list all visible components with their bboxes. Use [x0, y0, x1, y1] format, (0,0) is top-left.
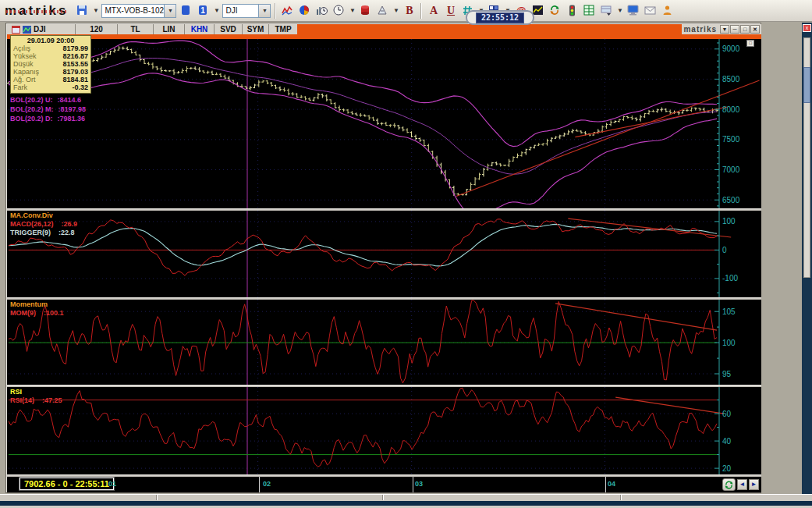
underline-icon[interactable]: U [443, 3, 458, 18]
info-value: -0.32 [72, 83, 88, 91]
number-one-icon[interactable]: 1 [196, 3, 211, 18]
tab-symbol[interactable]: DJI [7, 24, 76, 34]
statusbar-divider [620, 495, 622, 500]
refresh-chart-button[interactable] [722, 478, 736, 491]
info-label: Fark [13, 83, 27, 91]
clock-caret[interactable]: ▼ [349, 7, 356, 14]
monitor-icon[interactable] [626, 3, 640, 18]
database-icon[interactable] [358, 3, 373, 18]
tab-sym-label: SYM [247, 25, 264, 34]
traffic-light-icon[interactable] [565, 3, 580, 18]
workspace-combo[interactable]: MTX-VOB-B-102 ▼ [101, 4, 176, 18]
symbol-combo-value: DJI [225, 6, 237, 15]
info-label: Düşük [13, 60, 34, 68]
momentum-chart-svg[interactable]: 10510095 [7, 300, 761, 385]
table-dropdown-caret[interactable]: ▼ [616, 7, 623, 14]
momentum-panel[interactable]: 10510095 Momentum MOM(9):100.1 [7, 300, 761, 385]
last-price-box: 7902.66 - 0 - 22:55:11 [20, 478, 114, 490]
chart-nav-controls: ◄ ► [722, 478, 759, 491]
maximize-button[interactable]: □ [740, 25, 750, 34]
info-value: 8179.03 [62, 68, 88, 76]
background-close-icon[interactable]: x [803, 24, 811, 32]
svg-text:8000: 8000 [722, 105, 740, 114]
pie-chart-icon[interactable] [297, 3, 312, 18]
number-one-caret[interactable]: ▼ [213, 7, 220, 14]
macd-labels: MA.Conv.Div MACD(26,12):26.9 TRIGGER(9):… [10, 211, 77, 237]
compass-caret[interactable]: ▼ [392, 7, 399, 14]
rsi-line-label: RSI(14) [10, 396, 34, 404]
bol-lower-value: :7981.36 [58, 115, 86, 123]
tab-svd[interactable]: SVD [215, 24, 243, 34]
window-icon [12, 26, 20, 34]
person-icon[interactable] [660, 3, 675, 18]
price-chart-svg[interactable]: 900085008000750070006500 [7, 39, 761, 208]
x-label-02: 02 [263, 480, 271, 488]
chart-icon [23, 26, 31, 34]
svg-text:0: 0 [722, 246, 727, 254]
tab-lin-label: LIN [162, 25, 175, 34]
tab-svd-label: SVD [220, 25, 236, 34]
table-dropdown-icon[interactable] [599, 3, 614, 18]
ohlc-info-box: 29.01.09 20:00 Açılış8179.99 Yüksek8216.… [10, 35, 91, 94]
tab-tmp[interactable]: TMP [269, 24, 297, 34]
header-app-label: matriks [683, 25, 717, 34]
svg-text:9000: 9000 [722, 44, 740, 53]
statusbar-strip [0, 494, 812, 501]
rsi-panel[interactable]: 604020 RSI RSI(14):47.25 [7, 387, 761, 474]
tab-period[interactable]: 120 [76, 24, 118, 34]
chart-window-header: DJI 120 TL LIN KHN SVD SYM TMP matriks ▼… [7, 24, 761, 34]
refresh-icon[interactable] [548, 3, 562, 18]
symbol-combo[interactable]: DJI ▼ [222, 4, 271, 18]
font-a-icon[interactable]: A [426, 3, 441, 18]
info-value: 8184.81 [62, 76, 88, 83]
statusbar-divider [382, 495, 384, 500]
info-value: 8179.99 [62, 44, 88, 52]
tab-khn[interactable]: KHN [185, 24, 215, 34]
window-menu-button[interactable]: ▼ [720, 25, 729, 34]
momentum-labels: Momentum MOM(9):100.1 [10, 300, 64, 318]
close-button[interactable]: ✕ [750, 25, 760, 34]
macd-chart-svg[interactable]: 1000-100 [7, 211, 761, 297]
month-separator [605, 477, 606, 492]
macd-panel[interactable]: 1000-100 MA.Conv.Div MACD(26,12):26.9 TR… [7, 211, 761, 297]
bold-icon[interactable]: B [402, 3, 417, 18]
rsi-line-value: :47.25 [42, 396, 62, 404]
tab-sym[interactable]: SYM [243, 24, 269, 34]
minimize-button[interactable]: ─ [730, 25, 739, 34]
clock-overlay: 22:55:12 [466, 10, 534, 25]
rsi-chart-svg[interactable]: 604020 [7, 387, 761, 474]
clock-icon[interactable] [332, 3, 346, 18]
bol-mid-value: :8197.98 [59, 105, 87, 113]
workspace-combo-caret[interactable]: ▼ [164, 5, 176, 17]
scroll-left-button[interactable]: ◄ [737, 479, 747, 490]
svg-text:-100: -100 [722, 274, 738, 282]
background-scrollbar-thumb[interactable] [803, 67, 810, 103]
symbol-combo-caret[interactable]: ▼ [258, 5, 270, 17]
svg-text:105: 105 [722, 307, 736, 316]
scroll-right-button[interactable]: ► [749, 479, 759, 490]
price-panel[interactable]: 900085008000750070006500 29.01.09 20:00 … [7, 39, 761, 208]
chart-clock-icon[interactable] [314, 3, 329, 18]
toolbar-separator [420, 3, 422, 19]
tab-currency[interactable]: TL [118, 24, 154, 34]
x-label-01: 01 [108, 480, 116, 488]
compass-icon[interactable] [375, 3, 390, 18]
svg-text:100: 100 [722, 339, 736, 347]
page-icon[interactable] [179, 3, 193, 18]
info-label: Ağ. Ort [13, 76, 36, 83]
green-grid-icon[interactable] [582, 3, 597, 18]
tab-khn-label: KHN [191, 25, 208, 34]
line-chart-icon[interactable] [280, 3, 295, 18]
mail-icon[interactable] [643, 3, 658, 18]
svg-text:60: 60 [722, 410, 732, 418]
info-value: 8153.55 [62, 60, 88, 68]
tab-lin[interactable]: LIN [154, 24, 185, 34]
header-orange-fill [297, 24, 682, 34]
time-axis-bar: 7902.66 - 0 - 22:55:11 01 02 03 04 ◄ ► [7, 477, 761, 492]
tab-symbol-label: DJI [34, 25, 46, 34]
statusbar-divider [156, 495, 158, 500]
macd-line-value: :26.9 [62, 220, 78, 228]
save-icon[interactable] [75, 3, 90, 18]
save-dropdown-caret[interactable]: ▼ [92, 7, 99, 14]
child-restore-button[interactable]: □ [746, 40, 754, 47]
